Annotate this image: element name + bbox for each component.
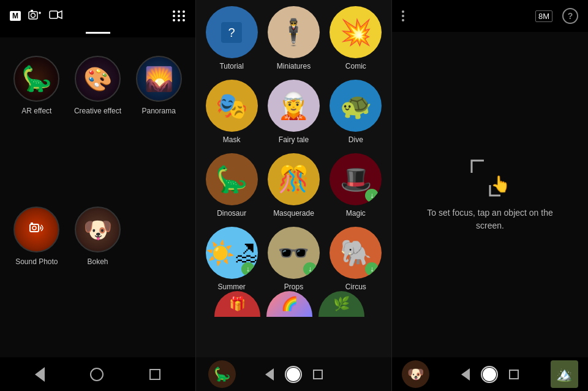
props-download-badge: ↓	[303, 262, 317, 276]
svg-marker-6	[58, 11, 62, 18]
help-button[interactable]: ?	[562, 8, 578, 24]
left-bottom-nav	[0, 357, 195, 391]
focus-text: To set focus, tap an object on the scree…	[427, 207, 552, 232]
right-thumbnail-bokeh[interactable]: 🐶	[402, 360, 429, 388]
right-back-btn[interactable]	[461, 368, 470, 381]
effect-mask[interactable]: 🎭 Mask	[205, 80, 258, 144]
effect-dive[interactable]: 🐢 Dive	[330, 80, 382, 144]
three-dots-menu[interactable]	[402, 10, 404, 21]
svg-rect-7	[30, 224, 39, 232]
creative-effect-label: Creative effect	[74, 107, 121, 115]
partial-rainbow[interactable]: 🌈	[266, 291, 312, 317]
props-label: Props	[284, 283, 303, 291]
bokeh-label: Bokeh	[87, 257, 108, 266]
right-bottom-bar: 🐶 🏔️	[392, 357, 588, 391]
camera-photo-icon[interactable]	[28, 9, 42, 23]
left-panel: M	[0, 0, 196, 391]
mask-circle: 🎭	[206, 80, 258, 132]
apps-grid-icon[interactable]	[173, 10, 186, 21]
summer-label: Summer	[217, 283, 245, 291]
dive-label: Dive	[349, 135, 363, 144]
partial-giftbox[interactable]: 🎁	[214, 291, 260, 317]
middle-shutter-btn[interactable]	[285, 366, 302, 383]
circus-label: Circus	[345, 283, 366, 291]
props-circle: 🕶️ ↓	[268, 227, 320, 279]
bokeh-icon: 🐶	[75, 207, 121, 252]
effect-tutorial[interactable]: ? Tutorial	[205, 6, 258, 70]
effect-fairy-tale[interactable]: 🧝 Fairy tale	[267, 80, 320, 144]
panorama-icon: 🌄	[136, 56, 182, 102]
svg-point-8	[32, 226, 36, 230]
effect-summer[interactable]: ☀️🏖 ↓ Summer	[205, 227, 258, 291]
svg-rect-2	[31, 10, 33, 12]
middle-back-btn[interactable]	[265, 368, 274, 381]
right-panel: 8M ? 👆 To set focus, tap an object on th…	[392, 0, 588, 391]
middle-nav	[265, 366, 323, 383]
panorama-label: Panorama	[141, 107, 175, 115]
sound-photo-label: Sound Photo	[15, 257, 58, 266]
tutorial-circle: ?	[206, 6, 258, 58]
comic-label: Comic	[345, 62, 366, 70]
header-icons: M	[10, 9, 62, 23]
svg-rect-9	[31, 222, 33, 224]
miniatures-circle: 🕴	[268, 6, 320, 58]
dinosaur-circle: 🦕	[206, 153, 258, 205]
mode-bokeh[interactable]: 🐶 Bokeh	[74, 207, 123, 345]
dinosaur-label: Dinosaur	[217, 209, 246, 218]
effects-grid: ? Tutorial 🕴 Miniatures 💥 Comic	[205, 6, 382, 291]
right-content-area: 👆 To set focus, tap an object on the scr…	[392, 32, 588, 357]
mode-panorama[interactable]: 🌄 Panorama	[134, 56, 183, 194]
svg-text:👆: 👆	[491, 174, 511, 194]
back-button[interactable]	[35, 367, 45, 382]
left-header: M	[0, 0, 195, 32]
summer-download-badge: ↓	[241, 262, 255, 276]
right-thumbnail-landscape[interactable]: 🏔️	[551, 360, 578, 388]
miniatures-label: Miniatures	[277, 62, 311, 70]
mode-creative-effect[interactable]: 🎨 Creative effect	[74, 56, 123, 194]
svg-rect-5	[50, 11, 58, 18]
right-shutter-btn[interactable]	[481, 366, 498, 383]
right-header-icons: 8M ?	[535, 8, 578, 24]
fairy-tale-label: Fairy tale	[279, 135, 309, 144]
right-header: 8M ?	[392, 0, 588, 32]
effect-miniatures[interactable]: 🕴 Miniatures	[267, 6, 320, 70]
effect-comic[interactable]: 💥 Comic	[330, 6, 382, 70]
partial-garden[interactable]: 🌿	[318, 291, 364, 317]
resolution-badge: 8M	[535, 10, 552, 22]
middle-bottom-bar: 🦕	[196, 357, 391, 391]
effect-props[interactable]: 🕶️ ↓ Props	[267, 227, 320, 291]
magic-label: Magic	[346, 209, 366, 218]
creative-effect-icon: 🎨	[75, 56, 121, 102]
video-icon[interactable]	[49, 10, 62, 23]
summer-circle: ☀️🏖 ↓	[206, 227, 258, 279]
dive-circle: 🐢	[330, 80, 382, 132]
circus-download-badge: ↓	[365, 262, 379, 276]
middle-thumbnail[interactable]: 🦕	[208, 360, 236, 388]
ar-effect-icon: 🦕	[13, 56, 59, 102]
magic-download-badge: ↓	[365, 189, 379, 202]
svg-point-1	[31, 13, 36, 17]
fairy-tale-circle: 🧝	[268, 80, 320, 132]
mode-ar-effect[interactable]: 🦕 AR effect	[12, 56, 61, 194]
magic-circle: 🎩 ↓	[330, 153, 382, 205]
mode-sound-photo[interactable]: Sound Photo	[12, 207, 61, 345]
ar-effect-label: AR effect	[21, 107, 51, 115]
tutorial-label: Tutorial	[219, 62, 244, 70]
middle-square-btn[interactable]	[313, 370, 323, 379]
effect-masquerade[interactable]: 🎊 Masquerade	[267, 153, 320, 218]
effect-dinosaur[interactable]: 🦕 Dinosaur	[205, 153, 258, 218]
right-nav	[461, 366, 519, 383]
middle-panel: ? Tutorial 🕴 Miniatures 💥 Comic	[196, 0, 392, 391]
mode-grid: 🦕 AR effect 🎨 Creative effect 🌄 Panorama	[0, 37, 195, 357]
effect-circus[interactable]: 🐘 ↓ Circus	[330, 227, 382, 291]
focus-icon: 👆	[469, 158, 511, 194]
partial-effects-row: 🎁 🌈 🌿	[205, 291, 382, 323]
effects-scroll-area[interactable]: ? Tutorial 🕴 Miniatures 💥 Comic	[196, 0, 391, 357]
circus-circle: 🐘 ↓	[330, 227, 382, 279]
recents-button[interactable]	[149, 369, 160, 380]
svg-text:?: ?	[228, 26, 235, 39]
right-square-btn[interactable]	[509, 370, 519, 379]
effect-magic[interactable]: 🎩 ↓ Magic	[330, 153, 382, 218]
home-button[interactable]	[90, 368, 104, 381]
masquerade-label: Masquerade	[273, 209, 314, 218]
